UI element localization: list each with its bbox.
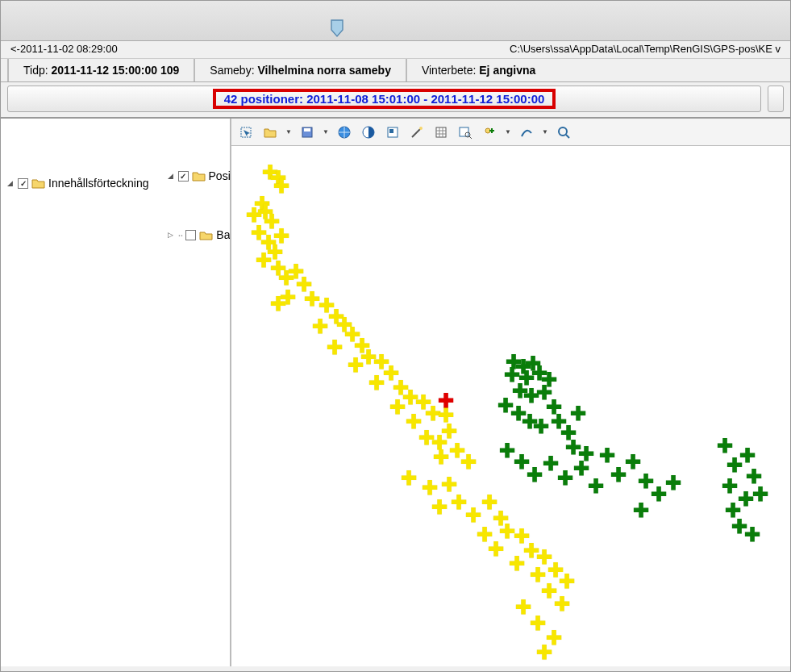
checkbox[interactable]	[185, 230, 196, 240]
gps-point-yellow: ✚	[554, 595, 570, 614]
gps-point-green: ✚	[665, 474, 681, 493]
gps-point-yellow: ✚	[418, 428, 435, 448]
gps-point-green: ✚	[610, 465, 627, 485]
gps-point-green: ✚	[717, 436, 733, 456]
map-toolbar: ▼ ▼ ▼ ▼	[231, 119, 790, 146]
select-icon[interactable]	[236, 123, 256, 142]
gps-point-yellow: ✚	[530, 614, 546, 633]
gps-point-yellow: ✚	[451, 493, 467, 512]
checkbox[interactable]	[178, 171, 189, 182]
gps-point-yellow: ✚	[422, 478, 438, 498]
gps-point-green: ✚	[651, 485, 667, 504]
checkbox[interactable]	[18, 178, 28, 189]
status-filepath: C:\Users\ssa\AppData\Local\Temp\RenGIS\G…	[510, 43, 781, 55]
gps-point-green: ✚	[570, 404, 586, 424]
gps-point-yellow: ✚	[515, 598, 531, 617]
contrast-icon[interactable]	[359, 123, 378, 142]
expander-icon[interactable]: ▷	[166, 231, 175, 240]
gps-point-yellow: ✚	[348, 356, 364, 375]
tree-root-label: Innehållsförteckning	[48, 177, 149, 190]
wand-icon[interactable]	[407, 123, 427, 142]
gps-point-green: ✚	[573, 459, 589, 478]
time-slider-bar[interactable]	[1, 1, 790, 41]
gps-point-yellow: ✚	[273, 177, 289, 196]
gps-point-yellow: ✚	[256, 251, 272, 270]
info-sameby: Sameby: Vilhelmina norra sameby	[195, 59, 407, 81]
tree-bakgrunder-row[interactable]: ▷ ·· Bakgrunder	[166, 228, 231, 241]
status-row: <-2011-11-02 08:29:00 C:\Users\ssa\AppDa…	[1, 41, 790, 59]
gps-point-yellow: ✚	[536, 643, 552, 662]
zoom-icon[interactable]	[554, 123, 573, 142]
gps-point-green: ✚	[557, 469, 573, 488]
tree-bakgrunder-label: Bakgrunder	[216, 228, 231, 241]
tree-positioner-label: Positioner från DB	[209, 169, 231, 182]
gps-point-yellow: ✚	[559, 572, 575, 591]
gps-point-green: ✚	[633, 501, 649, 520]
gps-point-yellow: ✚	[327, 338, 343, 357]
gps-point-yellow: ✚	[312, 317, 328, 336]
svg-rect-8	[436, 127, 446, 137]
positions-bar-row: 42 positioner: 2011-11-08 15:01:00 - 201…	[1, 82, 790, 119]
gps-point-green: ✚	[599, 446, 615, 465]
folder-open-icon	[31, 177, 45, 189]
status-timestamp: <-2011-11-02 08:29:00	[10, 43, 118, 55]
gps-point-green: ✚	[588, 477, 604, 496]
gps-point-green: ✚	[739, 446, 756, 465]
svg-rect-6	[389, 129, 393, 133]
open-icon[interactable]	[260, 123, 280, 142]
line-tool-icon[interactable]	[517, 123, 536, 142]
gps-point-red: ✚	[438, 391, 454, 411]
gps-point-yellow: ✚	[465, 506, 481, 525]
grid-icon[interactable]	[431, 123, 451, 142]
dropdown-icon[interactable]: ▼	[504, 128, 512, 136]
folder-open-icon	[192, 170, 206, 182]
gps-point-green: ✚	[752, 485, 768, 504]
gps-point-green: ✚	[527, 465, 543, 485]
positions-summary: 42 positioner: 2011-11-08 15:01:00 - 201…	[213, 89, 556, 109]
gps-point-yellow: ✚	[431, 498, 448, 517]
folder-closed-icon	[199, 229, 213, 240]
info-row: Tidp: 2011-11-12 15:00:00 109 Sameby: Vi…	[1, 59, 790, 82]
expander-icon[interactable]: ◢	[6, 179, 15, 188]
tree-positioner-row[interactable]: ◢ Positioner från DB	[166, 169, 231, 182]
gps-point-yellow: ✚	[304, 290, 320, 309]
search-layer-icon[interactable]	[456, 123, 475, 142]
gps-point-yellow: ✚	[368, 374, 385, 393]
layer-tree-panel: ◢ Innehållsförteckning ◢	[1, 119, 231, 666]
gps-point-yellow: ✚	[433, 448, 449, 467]
gps-point-green: ✚	[499, 441, 515, 461]
gps-point-green: ✚	[543, 454, 559, 474]
gps-point-yellow: ✚	[389, 398, 406, 417]
gps-point-green: ✚	[533, 417, 549, 436]
gps-point-yellow: ✚	[460, 453, 477, 472]
svg-point-7	[419, 127, 423, 130]
time-slider-handle[interactable]	[330, 19, 344, 38]
dropdown-icon[interactable]: ▼	[322, 128, 330, 136]
save-icon[interactable]	[298, 123, 317, 142]
expander-icon[interactable]: ◢	[166, 172, 175, 181]
svg-rect-9	[460, 127, 468, 136]
layer-props-icon[interactable]	[383, 123, 402, 142]
dropdown-icon[interactable]: ▼	[541, 128, 549, 136]
gps-point-green: ✚	[625, 453, 641, 472]
dropdown-icon[interactable]: ▼	[285, 128, 293, 136]
gps-point-yellow: ✚	[488, 540, 504, 559]
gps-point-green: ✚	[744, 525, 760, 545]
gps-point-yellow: ✚	[270, 294, 286, 314]
map-canvas[interactable]: ✚✚✚✚✚✚✚✚✚✚✚✚✚✚✚✚✚✚✚✚✚✚✚✚✚✚✚✚✚✚✚✚✚✚✚✚✚✚✚✚…	[231, 146, 790, 666]
info-vinterbete: Vinterbete: Ej angivna	[407, 59, 550, 81]
add-point-icon[interactable]	[480, 123, 499, 142]
positions-bar[interactable]: 42 positioner: 2011-11-08 15:01:00 - 201…	[7, 86, 761, 112]
svg-rect-2	[304, 128, 310, 131]
positions-side-button[interactable]	[768, 86, 784, 112]
globe-icon[interactable]	[335, 123, 354, 142]
tree-root-row[interactable]: ◢ Innehållsförteckning	[6, 177, 149, 190]
gps-point-yellow: ✚	[509, 554, 525, 574]
svg-point-12	[559, 127, 567, 136]
gps-point-green: ✚	[722, 477, 738, 496]
info-tidp: Tidp: 2011-11-12 15:00:00 109	[7, 59, 195, 81]
gps-point-yellow: ✚	[401, 469, 417, 488]
